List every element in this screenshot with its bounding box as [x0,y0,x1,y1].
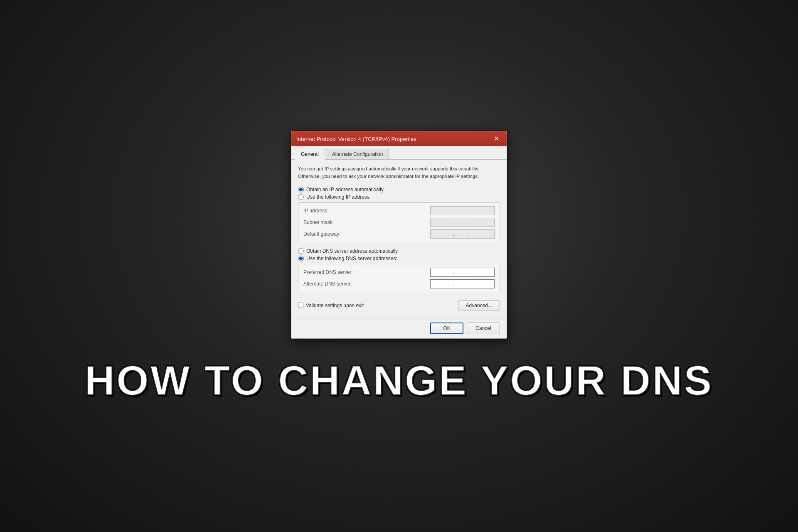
ip-auto-radio[interactable] [298,187,304,192]
default-gateway-row: Default gateway: . . . [303,229,495,239]
tab-general[interactable]: General [295,149,325,160]
dns-fields-section: Preferred DNS server: . . . Alternate DN… [298,264,500,292]
default-gateway-input[interactable]: . . . [430,229,495,239]
page-title: HOW TO CHANGE YOUR DNS [85,360,713,401]
ip-auto-radio-group: Obtain an IP address automatically Use t… [298,187,500,200]
ip-auto-radio-label[interactable]: Obtain an IP address automatically [298,187,500,192]
ip-address-input[interactable]: . . . [430,206,495,215]
tab-bar: General Alternate Configuration [291,146,507,160]
alternate-dns-label: Alternate DNS server: [303,281,352,287]
bottom-row: Validate settings upon exit Advanced... [298,298,500,312]
preferred-dns-row: Preferred DNS server: . . . [303,268,495,277]
subnet-mask-row: Subnet mask: . . . [303,218,495,227]
ip-address-label: IP address: [303,208,328,214]
ok-button[interactable]: OK [430,323,463,334]
dns-auto-radio[interactable] [298,248,304,254]
ip-address-row: IP address: . . . [303,206,495,215]
dns-radio-group: Obtain DNS server address automatically … [298,248,500,261]
cancel-button[interactable]: Cancel [467,323,500,334]
page-container: Internet Protocol Version 4 (TCP/IPv4) P… [85,131,713,401]
ip-fields-section: IP address: . . . Subnet mask: . . . Def… [298,202,500,242]
ip-manual-radio-label[interactable]: Use the following IP address: [298,194,500,200]
preferred-dns-input[interactable]: . . . [430,268,495,277]
validate-checkbox-label[interactable]: Validate settings upon exit [298,303,364,308]
dns-manual-radio-label[interactable]: Use the following DNS server addresses: [298,256,500,261]
subnet-mask-label: Subnet mask: [303,219,334,225]
dialog-footer: OK Cancel [291,318,507,338]
dns-manual-radio[interactable] [298,256,304,261]
advanced-button[interactable]: Advanced... [458,300,500,310]
dialog-content: You can get IP settings assigned automat… [291,160,507,318]
close-button[interactable]: ✕ [492,134,502,144]
alternate-dns-input[interactable]: . . . [430,279,495,288]
alternate-dns-row: Alternate DNS server: . . . [303,279,495,288]
dns-auto-radio-label[interactable]: Obtain DNS server address automatically [298,248,500,254]
validate-checkbox[interactable] [298,303,303,308]
ip-manual-radio[interactable] [298,194,304,200]
tab-alternate-configuration[interactable]: Alternate Configuration [326,149,389,159]
dialog-titlebar: Internet Protocol Version 4 (TCP/IPv4) P… [291,131,507,146]
dialog-title: Internet Protocol Version 4 (TCP/IPv4) P… [296,136,416,142]
info-text: You can get IP settings assigned automat… [298,165,500,180]
preferred-dns-label: Preferred DNS server: [303,269,353,275]
subnet-mask-input[interactable]: . . . [430,218,495,227]
dialog-window: Internet Protocol Version 4 (TCP/IPv4) P… [291,131,507,339]
default-gateway-label: Default gateway: [303,231,340,237]
